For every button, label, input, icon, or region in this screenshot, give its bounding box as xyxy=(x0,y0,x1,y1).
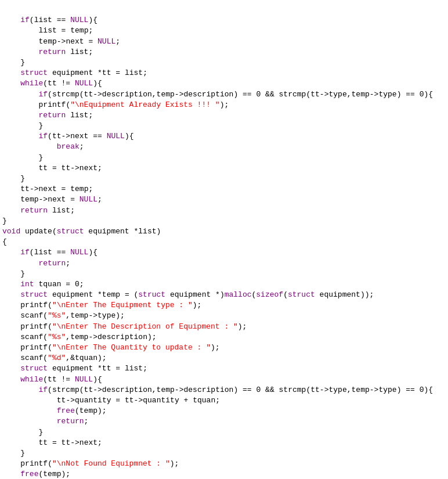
code-line: } xyxy=(2,427,446,438)
code-line: struct equipment *tt = list; xyxy=(2,363,446,374)
code-line: } xyxy=(2,269,446,279)
code-line: tt = tt->next; xyxy=(2,163,446,174)
code-line: void update(struct equipment *list) xyxy=(2,226,446,237)
code-line: } xyxy=(2,448,446,459)
code-line: tt->quantity = tt->quantity + tquan; xyxy=(2,395,446,406)
code-line: if(tt->next == NULL){ xyxy=(2,131,446,142)
code-line: if(list == NULL){ xyxy=(2,247,446,258)
code-line: } xyxy=(2,216,446,226)
code-line: return list; xyxy=(2,206,446,216)
code-line: printf("\nEquipment Already Exists !!! "… xyxy=(2,100,446,110)
code-line: free(temp); xyxy=(2,469,446,479)
code-line: temp->next = NULL; xyxy=(2,37,446,47)
code-line: } xyxy=(2,174,446,184)
code-line: if(list == NULL){ xyxy=(2,15,446,26)
code-line: break; xyxy=(2,142,446,152)
code-line: while(tt != NULL){ xyxy=(2,374,446,385)
code-line: return list; xyxy=(2,110,446,121)
code-line: int tquan = 0; xyxy=(2,279,446,290)
code-line: scanf("%s",temp->type); xyxy=(2,311,446,321)
code-line: tt = tt->next; xyxy=(2,438,446,448)
code-line: printf("\nEnter The Equipment type : "); xyxy=(2,300,446,311)
code-line: return; xyxy=(2,258,446,269)
code-line: temp->next = NULL; xyxy=(2,195,446,205)
code-line: printf("\nEnter The Description of Equip… xyxy=(2,322,446,332)
code-editor: if(list == NULL){ list = temp; temp->nex… xyxy=(0,0,448,479)
code-line: struct equipment *temp = (struct equipme… xyxy=(2,290,446,300)
code-line: list = temp; xyxy=(2,26,446,36)
code-line: scanf("%s",temp->description); xyxy=(2,332,446,343)
code-line: if(strcmp(tt->description,temp->descript… xyxy=(2,385,446,395)
code-line: } xyxy=(2,57,446,68)
code-line: struct equipment *tt = list; xyxy=(2,68,446,78)
code-line: return; xyxy=(2,416,446,427)
code-line: free(temp); xyxy=(2,406,446,416)
code-line: { xyxy=(2,237,446,247)
code-line: printf("\nNot Found Equipmnet : "); xyxy=(2,459,446,469)
code-line: return list; xyxy=(2,47,446,57)
code-line: if(strcmp(tt->description,temp->descript… xyxy=(2,89,446,100)
code-line: } xyxy=(2,121,446,131)
code-line: } xyxy=(2,153,446,163)
code-line: while(tt != NULL){ xyxy=(2,78,446,89)
code-line: printf("\nEnter The Quantity to update :… xyxy=(2,343,446,353)
code-line: tt->next = temp; xyxy=(2,184,446,195)
code-line: scanf("%d",&tquan); xyxy=(2,353,446,363)
